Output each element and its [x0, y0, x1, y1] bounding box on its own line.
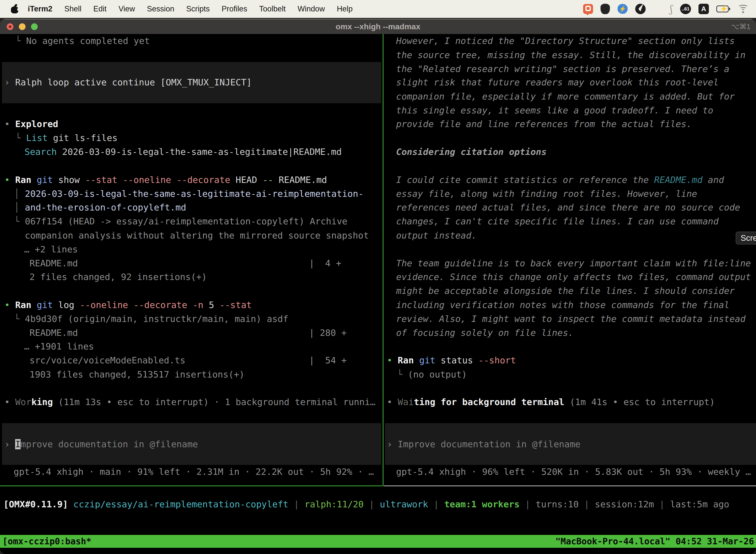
dots-grid-icon[interactable] [653, 4, 663, 14]
thinking-para-3: The team guideline is to back every impo… [396, 257, 751, 270]
thinking-para-2: essay file, along with finding root file… [396, 187, 697, 201]
tmux-host-clock-label: "MacBook-Pro-44.local" 04:52 31-Mar-26 [555, 536, 754, 546]
omx-status-line: [OMX#0.11.9] cczip/essay/ai-reimplementa… [3, 497, 729, 511]
menu-item-scripts[interactable]: Scripts [180, 0, 216, 18]
git-show-commit-2: companion analysis without altering the … [25, 229, 369, 242]
git-log-stat-2: src/voice/voiceModeEnabled.ts | 54 + [29, 353, 347, 367]
tmux-session-label: [omx-cczip0:bash* [2, 536, 91, 546]
apple-menu-icon[interactable] [11, 4, 18, 13]
menu-item-toolbelt[interactable]: Toolbelt [253, 0, 292, 18]
agents-status-line: └ No agents completed yet [15, 34, 150, 48]
squiggle-icon[interactable]: ʃ [670, 4, 673, 14]
thinking-para-3: including verification notes with those … [396, 298, 730, 312]
dark-disc-icon[interactable] [635, 4, 646, 14]
pane-divider-vertical[interactable] [383, 34, 383, 486]
prompt-placeholder-right: › Improve documentation in @filename [387, 437, 580, 451]
git-show-commit: └ 067f154 (HEAD -> essay/ai-reimplementa… [14, 214, 348, 228]
thinking-para-3: evidence. Since this change only affects… [396, 270, 751, 284]
git-show-summary: 2 files changed, 92 insertions(+) [29, 270, 207, 284]
thinking-para-3: of focusing solely on file lines. [396, 326, 573, 340]
thinking-para-1: However, I noticed the "Directory Struct… [396, 34, 735, 48]
thinking-para-3: might be acceptable alongside the file l… [396, 284, 735, 298]
right-pane-bottom-border [383, 486, 756, 486]
working-status: • Working (11m 13s • esc to interrupt) ·… [4, 395, 376, 409]
git-show-stat: README.md | 4 + [29, 257, 341, 270]
wifi-icon[interactable] [738, 5, 749, 13]
git-status-output: └ (no output) [397, 368, 467, 382]
menu-bar: iTerm2 Shell Edit View Session Scripts P… [0, 0, 756, 18]
git-show-file-2: │ and-the-erosion-of-copyleft.md [14, 201, 186, 214]
menu-item-session[interactable]: Session [141, 0, 180, 18]
thinking-para-1: companion file, especially if more comme… [396, 90, 735, 104]
iterm2-window: omx --xhigh --madmax ⌥⌘1 └ No agents com… [0, 19, 756, 554]
explored-header: • Explored [4, 117, 58, 131]
tmux-status-bar: [omx-cczip0:bash* "MacBook-Pro-44.local"… [0, 535, 756, 548]
thinking-para-2: changes, I can't cite specific file line… [396, 214, 718, 228]
inject-prompt-line: › Ralph loop active continue [OMX_TMUX_I… [4, 75, 252, 89]
menu-item-shell[interactable]: Shell [58, 0, 87, 18]
git-show-file-1: │ 2026-03-09-is-legal-the-same-as-legiti… [14, 187, 364, 201]
ran-git-status: • Ran git status --short [387, 353, 516, 367]
menu-item-help[interactable]: Help [331, 0, 359, 18]
window-title-bar[interactable]: omx --xhigh --madmax ⌥⌘1 [0, 19, 756, 34]
thinking-para-1: slight risk that future readers may over… [396, 75, 718, 89]
thinking-para-2: I could cite commit statistics or refere… [396, 173, 724, 187]
git-log-more: … +1901 lines [24, 340, 94, 353]
git-show-more: … +2 lines [24, 242, 78, 257]
thinking-para-3: review. Also, I might want to inspect th… [396, 312, 746, 326]
chat-app-icon[interactable] [583, 4, 593, 14]
thinking-para-1: the "Related research writing" section i… [396, 62, 730, 76]
git-log-commit: └ 4b9d30f (origin/main, instructkr/main,… [14, 312, 288, 326]
blue-badge-icon[interactable]: ⚡ [617, 4, 628, 14]
left-pane-bottom-border [0, 486, 383, 486]
menu-item-edit[interactable]: Edit [87, 0, 112, 18]
terminal-area[interactable]: └ No agents completed yet› Ralph loop ac… [0, 34, 756, 554]
menu-item-window[interactable]: Window [292, 0, 331, 18]
thinking-para-1: the source tree, missing the essay. Stil… [396, 48, 746, 62]
waiting-status: • Waiting for background terminal (1m 41… [387, 395, 715, 409]
menu-item-profiles[interactable]: Profiles [215, 0, 253, 18]
git-log-stat-1: README.md | 280 + [29, 326, 347, 340]
explored-list: └ List git ls-files [15, 131, 118, 145]
input-source-a-icon[interactable]: A [698, 4, 709, 14]
model-status-left: gpt-5.4 xhigh · main · 91% left · 2.31M … [14, 465, 374, 479]
battery-charging-icon[interactable]: ⚡ [716, 5, 730, 12]
menu-bar-left: iTerm2 Shell Edit View Session Scripts P… [0, 0, 359, 18]
thinking-para-2: references need actual files, and since … [396, 201, 740, 214]
prompt-placeholder-left: › Improve documentation in @filename [4, 437, 198, 451]
thinking-para-1: provide file and line references from th… [396, 117, 692, 131]
thinking-heading: Considering citation options [396, 145, 547, 159]
thinking-para-2: output instead. [396, 229, 477, 242]
window-shortcut-badge: ⌥⌘1 [731, 19, 751, 34]
menu-bar-status-area: ⚡ ʃ ..61 A ⚡ [583, 4, 756, 14]
model-status-right: gpt-5.4 xhigh · 96% left · 520K in · 5.8… [396, 465, 751, 479]
menu-item-view[interactable]: View [113, 0, 141, 18]
thinking-para-1: this single essay, it seems like a good … [396, 104, 713, 117]
menu-item-iterm2[interactable]: iTerm2 [22, 0, 58, 18]
shield-grid-icon[interactable] [601, 4, 610, 14]
git-log-summary: 1903 files changed, 513517 insertions(+) [29, 368, 245, 382]
badge-61-icon[interactable]: ..61 [680, 4, 691, 14]
ran-git-log: • Ran git log --oneline --decorate -n 5 … [4, 298, 252, 312]
ran-git-show: • Ran git show --stat --oneline --decora… [4, 173, 327, 187]
screen-indicator-tooltip[interactable]: Scre [736, 232, 756, 244]
window-title: omx --xhigh --madmax [0, 19, 756, 34]
explored-search: Search 2026-03-09-is-legal-the-same-as-l… [24, 145, 342, 159]
